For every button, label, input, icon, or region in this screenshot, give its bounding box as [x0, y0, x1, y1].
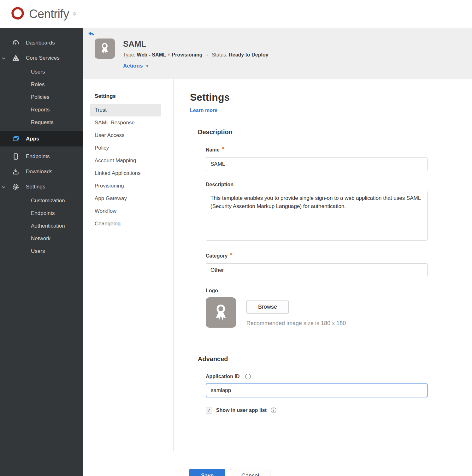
- settings-panel: Settings Learn more Description Name *: [174, 79, 472, 451]
- content-area: SAML Type: Web - SAML + Provisioning • S…: [83, 28, 472, 476]
- subnav-item-user-access[interactable]: User Access: [90, 129, 161, 142]
- category-label: Category: [206, 253, 227, 259]
- sidebar-item-settings-endpoints[interactable]: Endpoints: [0, 207, 83, 220]
- app-meta-line: Type: Web - SAML + Provisioning • Status…: [123, 52, 268, 58]
- required-marker: *: [222, 146, 224, 152]
- ribbon-award-icon: [98, 41, 111, 56]
- centrify-swirl-icon: [9, 5, 26, 23]
- sidebar-item-requests[interactable]: Requests: [0, 116, 83, 129]
- sidebar-item-roles[interactable]: Roles: [0, 78, 83, 91]
- cancel-button[interactable]: Cancel: [230, 469, 270, 476]
- logo-size-hint: Recommended image size is 180 x 180: [246, 320, 346, 327]
- show-in-user-app-list-label: Show in user app list: [216, 408, 267, 413]
- application-id-label: Application ID: [206, 374, 240, 379]
- info-icon[interactable]: [245, 373, 251, 380]
- gear-icon: [12, 183, 20, 191]
- ribbon-award-icon: [211, 302, 231, 323]
- info-icon[interactable]: [270, 407, 277, 414]
- sidebar-item-apps[interactable]: Apps: [0, 131, 83, 146]
- sidebar-item-settings-users[interactable]: Users: [0, 245, 83, 258]
- name-input[interactable]: [206, 157, 428, 171]
- sidebar-item-label: Endpoints: [26, 153, 50, 160]
- subnav-item-linked-applications[interactable]: Linked Applications: [90, 167, 161, 180]
- subnav-title: Settings: [90, 93, 174, 104]
- brand-logo: Centrify ®: [9, 5, 76, 23]
- type-label: Type:: [123, 52, 135, 57]
- gauge-icon: [12, 39, 20, 47]
- save-button[interactable]: Save: [189, 469, 225, 476]
- sidebar-item-label: Dashboards: [26, 40, 55, 46]
- subnav-item-app-gateway[interactable]: App Gateway: [90, 192, 161, 205]
- sidebar-item-users[interactable]: Users: [0, 66, 83, 78]
- device-icon: [12, 153, 20, 160]
- required-marker: *: [230, 252, 232, 259]
- sidebar-item-customization[interactable]: Customization: [0, 194, 83, 207]
- subnav-item-account-mapping[interactable]: Account Mapping: [90, 154, 161, 167]
- logo-label: Logo: [206, 288, 218, 294]
- actions-dropdown[interactable]: Actions ▼: [123, 63, 268, 69]
- app-title: SAML: [123, 39, 268, 49]
- sidebar-item-settings[interactable]: Settings: [0, 179, 83, 194]
- back-arrow-icon[interactable]: [88, 31, 95, 37]
- form-footer: Save Cancel: [189, 469, 472, 476]
- page-title: Settings: [190, 92, 472, 103]
- learn-more-link[interactable]: Learn more: [190, 108, 217, 113]
- actions-label: Actions: [123, 63, 143, 69]
- description-section-heading: Description: [198, 128, 472, 136]
- check-icon: ✓: [207, 408, 211, 413]
- core-services-icon: [12, 54, 20, 62]
- caret-down-icon: ▼: [145, 64, 149, 68]
- apps-icon: [12, 135, 20, 143]
- download-icon: [12, 168, 20, 176]
- description-label: Description: [206, 182, 233, 187]
- subnav-item-workflow[interactable]: Workflow: [90, 205, 161, 217]
- subnav-item-changelog[interactable]: Changelog: [90, 217, 161, 230]
- app-logo-preview: [206, 297, 236, 328]
- sidebar-item-network[interactable]: Network: [0, 232, 83, 245]
- brand-registered-mark: ®: [73, 12, 76, 16]
- sidebar-item-label: Core Services: [26, 55, 60, 61]
- browse-button[interactable]: Browse: [246, 300, 289, 314]
- status-label: Status:: [212, 52, 227, 57]
- app-header: SAML Type: Web - SAML + Provisioning • S…: [83, 28, 472, 79]
- description-textarea[interactable]: This template enables you to provide sin…: [206, 191, 428, 241]
- subnav-item-policy[interactable]: Policy: [90, 142, 161, 154]
- sidebar-item-downloads[interactable]: Downloads: [0, 164, 83, 179]
- show-in-user-app-list-checkbox[interactable]: ✓: [206, 407, 212, 414]
- settings-subnav: Settings Trust SAML Response User Access…: [83, 79, 174, 451]
- sidebar-item-label: Settings: [26, 184, 45, 190]
- brand-name: Centrify: [29, 7, 69, 21]
- top-bar: Centrify ®: [0, 0, 472, 28]
- status-value: Ready to Deploy: [229, 52, 268, 57]
- sidebar-item-reports[interactable]: Reports: [0, 104, 83, 116]
- app-logo-badge: [95, 39, 115, 59]
- sidebar-item-label: Apps: [26, 136, 39, 142]
- chevron-down-icon[interactable]: [2, 185, 6, 189]
- sidebar-item-authentication[interactable]: Authentication: [0, 220, 83, 232]
- subnav-item-saml-response[interactable]: SAML Response: [90, 116, 161, 129]
- sidebar-item-label: Downloads: [26, 169, 52, 175]
- application-id-input[interactable]: [206, 384, 428, 397]
- sidebar-item-endpoints[interactable]: Endpoints: [0, 149, 83, 164]
- subnav-item-trust[interactable]: Trust: [90, 104, 161, 116]
- name-label: Name: [206, 147, 220, 153]
- sidebar-item-policies[interactable]: Policies: [0, 91, 83, 104]
- sidebar: Dashboards Core Services Users Roles Pol…: [0, 28, 83, 476]
- sidebar-item-dashboards[interactable]: Dashboards: [0, 35, 83, 51]
- subnav-item-provisioning[interactable]: Provisioning: [90, 180, 161, 192]
- advanced-section-heading: Advanced: [198, 355, 472, 363]
- type-value: Web - SAML + Provisioning: [137, 52, 203, 57]
- category-input[interactable]: [206, 263, 428, 277]
- sidebar-item-core-services[interactable]: Core Services: [0, 51, 83, 66]
- meta-separator: •: [206, 53, 208, 57]
- chevron-down-icon[interactable]: [2, 56, 6, 60]
